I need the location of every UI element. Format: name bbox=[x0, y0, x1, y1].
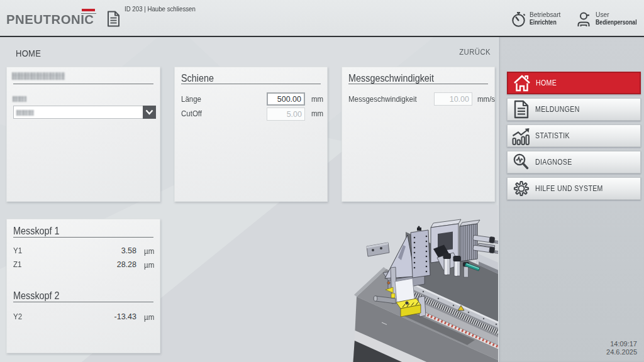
statistics-icon bbox=[508, 126, 535, 145]
profile-dropdown-field[interactable] bbox=[13, 106, 143, 119]
mode-value: Einrichten bbox=[530, 18, 557, 26]
machine-status-text: ID 203 | Haube schliessen bbox=[125, 5, 196, 13]
brand-logo: PNEUTRONIC bbox=[6, 0, 107, 37]
redacted-field-label bbox=[13, 96, 26, 102]
clock-date: 24.6.2025 bbox=[606, 348, 637, 356]
sidebar-item-hilfe-und-system[interactable]: HILFE UND SYSTEM bbox=[507, 177, 641, 200]
user-icon bbox=[577, 11, 592, 28]
y2-label: Y2 bbox=[13, 312, 22, 321]
y1-unit: µm bbox=[144, 247, 154, 256]
sidebar-item-diagnose[interactable]: DIAGNOSE bbox=[507, 151, 641, 173]
z1-label: Z1 bbox=[13, 260, 21, 269]
panel-heading: Messkopf 1 bbox=[13, 226, 60, 237]
brand-logo-text: PNEUTRONIC bbox=[6, 12, 94, 27]
dropdown-button[interactable] bbox=[143, 106, 156, 119]
profile-dropdown[interactable] bbox=[13, 106, 156, 119]
profile-panel bbox=[6, 67, 160, 202]
user-label: User bbox=[596, 11, 609, 18]
y1-value: 3.58 bbox=[92, 246, 136, 255]
speed-label: Messgeschwindigkeit bbox=[348, 95, 417, 104]
y2-unit: µm bbox=[144, 313, 154, 322]
z1-value: 28.28 bbox=[92, 260, 136, 269]
diagnose-icon bbox=[508, 153, 535, 172]
sidebar: HOME MELDUNGEN bbox=[498, 37, 644, 362]
panel-divider bbox=[13, 237, 153, 238]
chevron-down-icon bbox=[145, 109, 153, 115]
redacted-panel-heading bbox=[12, 72, 65, 80]
panel-heading: Messgeschwindigkeit bbox=[348, 73, 434, 84]
clock: 14:09:17 24.6.2025 bbox=[606, 340, 637, 356]
page-title: HOME bbox=[16, 48, 41, 58]
speed-input[interactable] bbox=[434, 92, 472, 106]
logo-red-accent bbox=[82, 9, 95, 11]
y2-value: -13.43 bbox=[92, 312, 136, 321]
document-icon bbox=[106, 11, 121, 27]
machine-illustration bbox=[343, 207, 500, 362]
panel-divider bbox=[13, 302, 153, 302]
cutoff-unit: mm bbox=[311, 109, 323, 118]
panel-heading: Messkopf 2 bbox=[13, 290, 60, 302]
speed-panel: Messgeschwindigkeit Messgeschwindigkeit … bbox=[341, 67, 495, 202]
sidebar-item-statistik[interactable]: STATISTIK bbox=[507, 124, 641, 147]
sidebar-item-meldungen[interactable]: MELDUNGEN bbox=[507, 98, 641, 121]
laenge-input[interactable] bbox=[267, 92, 305, 106]
panel-heading: Schiene bbox=[181, 73, 214, 84]
y1-label: Y1 bbox=[13, 246, 22, 255]
sidebar-item-label: HOME bbox=[536, 79, 557, 87]
laenge-label: Länge bbox=[181, 95, 201, 104]
cutoff-label: CutOff bbox=[181, 109, 202, 118]
speed-unit: mm/s bbox=[477, 95, 495, 104]
operating-mode-indicator[interactable]: Betriebsart Einrichten bbox=[511, 11, 577, 28]
sidebar-item-label: STATISTIK bbox=[535, 131, 570, 140]
laenge-unit: mm bbox=[311, 95, 323, 104]
user-value: Bedienpersonal bbox=[596, 18, 637, 26]
back-button[interactable]: ZURÜCK bbox=[450, 48, 491, 57]
redacted-dropdown-value bbox=[16, 110, 34, 116]
sidebar-item-label: MELDUNGEN bbox=[535, 105, 580, 114]
stopwatch-icon bbox=[511, 11, 526, 28]
messkopf-panel: Messkopf 1 Y1 3.58 µm Z1 28.28 µm Messko… bbox=[6, 219, 160, 353]
sidebar-item-label: DIAGNOSE bbox=[535, 158, 572, 167]
cutoff-input[interactable] bbox=[267, 107, 305, 121]
user-indicator[interactable]: User Bedienpersonal bbox=[577, 11, 642, 28]
home-icon bbox=[508, 74, 536, 92]
clock-time: 14:09:17 bbox=[606, 340, 637, 348]
panel-divider bbox=[181, 84, 321, 84]
z1-unit: µm bbox=[144, 261, 154, 270]
header-bar: PNEUTRONIC ID 203 | Haube schliessen Bet… bbox=[0, 0, 644, 37]
schiene-panel: Schiene Länge mm CutOff mm bbox=[174, 67, 328, 202]
messages-icon bbox=[508, 100, 535, 119]
panel-divider bbox=[348, 84, 488, 84]
mode-label: Betriebsart bbox=[530, 11, 560, 18]
logo-overline bbox=[81, 13, 96, 14]
gear-icon bbox=[508, 179, 535, 198]
sidebar-item-home[interactable]: HOME bbox=[507, 72, 641, 94]
sidebar-item-label: HILFE UND SYSTEM bbox=[535, 184, 603, 193]
panel-divider bbox=[13, 84, 153, 84]
